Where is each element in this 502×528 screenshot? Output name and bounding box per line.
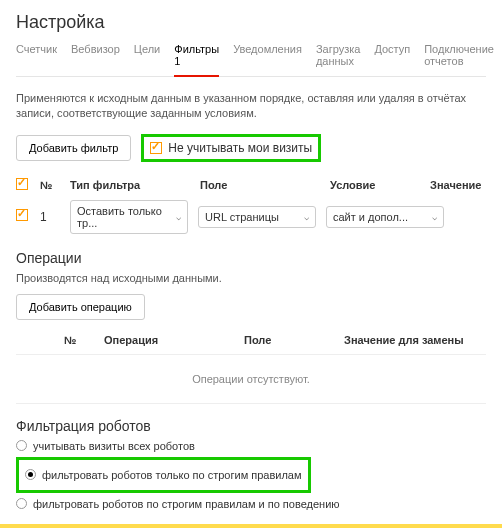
th2-number: №: [64, 334, 104, 346]
page-title: Настройка: [16, 12, 486, 33]
operations-table-header: № Операция Поле Значение для замены: [16, 334, 486, 346]
chevron-down-icon: ⌵: [432, 212, 437, 222]
th2-operation: Операция: [104, 334, 244, 346]
th-number: №: [40, 179, 70, 191]
ignore-my-visits-checkbox[interactable]: [150, 142, 162, 154]
operations-title: Операции: [16, 250, 486, 266]
radio-icon: [16, 440, 27, 451]
ignore-my-visits-highlight: Не учитывать мои визиты: [141, 134, 321, 162]
filter-type-select[interactable]: Оставить только тр...⌵: [70, 200, 188, 234]
robots-title: Фильтрация роботов: [16, 418, 486, 434]
th2-value: Значение для замены: [344, 334, 486, 346]
filter-row: 1 Оставить только тр...⌵ URL страницы⌵ с…: [16, 200, 486, 234]
th-condition: Условие: [330, 179, 430, 191]
operations-sub: Производятся над исходными данными.: [16, 272, 486, 284]
add-filter-button[interactable]: Добавить фильтр: [16, 135, 131, 161]
chevron-down-icon: ⌵: [176, 212, 181, 222]
add-operation-button[interactable]: Добавить операцию: [16, 294, 145, 320]
tab-counter[interactable]: Счетчик: [16, 43, 57, 76]
robots-option-all[interactable]: учитывать визиты всех роботов: [16, 440, 486, 452]
ignore-my-visits-label: Не учитывать мои визиты: [168, 141, 312, 155]
th-type: Тип фильтра: [70, 179, 200, 191]
robots-option-behavior[interactable]: фильтровать роботов по строгим правилам …: [16, 498, 486, 510]
chevron-down-icon: ⌵: [304, 212, 309, 222]
robots-strict-highlight: фильтровать роботов только по строгим пр…: [16, 457, 311, 493]
radio-icon: [25, 469, 36, 480]
tab-filters[interactable]: Фильтры 1: [174, 43, 219, 77]
filter-condition-select[interactable]: сайт и допол...⌵: [326, 206, 444, 228]
th2-field: Поле: [244, 334, 344, 346]
tab-goals[interactable]: Цели: [134, 43, 160, 76]
row-number: 1: [40, 210, 70, 224]
tabs: Счетчик Вебвизор Цели Фильтры 1 Уведомле…: [16, 43, 486, 77]
th-value: Значение: [430, 179, 486, 191]
filters-table-header: № Тип фильтра Поле Условие Значение: [16, 178, 486, 192]
row-checkbox[interactable]: [16, 209, 28, 221]
tab-reports[interactable]: Подключение отчетов: [424, 43, 494, 76]
save-bar: Сохранить: [0, 524, 502, 528]
robots-option-strict[interactable]: фильтровать роботов только по строгим пр…: [25, 469, 302, 481]
tab-access[interactable]: Доступ: [374, 43, 410, 76]
operations-empty: Операции отсутствуют.: [16, 354, 486, 404]
th-field: Поле: [200, 179, 330, 191]
select-all-checkbox[interactable]: [16, 178, 28, 190]
radio-icon: [16, 498, 27, 509]
tab-upload[interactable]: Загрузка данных: [316, 43, 360, 76]
filters-description: Применяются к исходным данным в указанно…: [16, 91, 486, 122]
filter-field-select[interactable]: URL страницы⌵: [198, 206, 316, 228]
tab-webvisor[interactable]: Вебвизор: [71, 43, 120, 76]
tab-notifications[interactable]: Уведомления: [233, 43, 302, 76]
